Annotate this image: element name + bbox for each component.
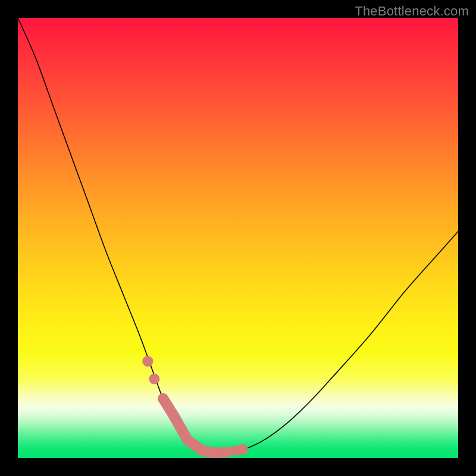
marker-dot (149, 374, 159, 384)
marker-dot (182, 434, 193, 445)
marker-dot (198, 446, 208, 456)
marker-dot (237, 444, 248, 455)
marker-chain (163, 399, 227, 453)
plot-gradient-area (18, 18, 458, 458)
bottleneck-curve (18, 18, 458, 453)
marker-dot (142, 356, 153, 367)
marker-dot (169, 411, 180, 422)
chart-canvas: TheBottleneck.com (0, 0, 476, 476)
marker-dot (158, 393, 168, 404)
curve-svg (18, 18, 458, 458)
watermark-text: TheBottleneck.com (355, 4, 469, 19)
marker-group (142, 356, 248, 458)
marker-dot (211, 447, 221, 458)
